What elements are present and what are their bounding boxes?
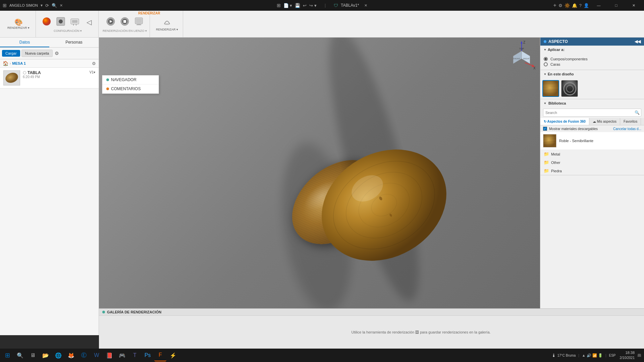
file-thumbnail (3, 70, 20, 85)
folder-other-icon: 📁 (544, 160, 549, 165)
close-icon[interactable]: ✕ (60, 3, 63, 8)
close-button[interactable]: ✕ (626, 0, 641, 11)
radio-caras-circle (544, 62, 548, 66)
taskbar-extra-icon[interactable]: ⚡ (167, 349, 179, 361)
apply-section-title[interactable]: ▼ Aplicar a: (540, 46, 644, 54)
file-version[interactable]: V1▾ (90, 70, 95, 74)
render2-button[interactable]: RENDERIZAR ▾ (154, 15, 180, 33)
taskbar-fusion-icon[interactable]: F (154, 349, 166, 361)
render-settings-button[interactable] (54, 15, 67, 28)
color-sphere-icon (42, 17, 51, 27)
folder-item-metal[interactable]: 📁 Metal (540, 150, 644, 158)
cancelar-todas-link[interactable]: Cancelar todas d... (613, 127, 641, 131)
taskbar-start-button[interactable]: ⊞ (1, 349, 13, 361)
help-icon[interactable]: ? (579, 3, 582, 8)
folder-item-piedra[interactable]: 📁 Piedra (540, 167, 644, 175)
taskbar-pdf-icon[interactable]: 📕 (103, 349, 115, 361)
viewcube[interactable]: Z X TOP RIGHT FRONT (506, 41, 537, 71)
toolbar-grid-icon[interactable]: ⊞ (277, 3, 281, 8)
mostrar-materiales-checkbox[interactable]: ✓ (543, 127, 547, 131)
folder-other-label: Other (551, 161, 560, 165)
stop-render-icon (120, 17, 129, 27)
file-item-tabla[interactable]: ⬡ TABLA 6:20:49 PM V1▾ (0, 68, 99, 88)
taskbar-chrome-icon[interactable]: 🌐 (52, 349, 64, 361)
taskbar-notification-area[interactable] (636, 350, 643, 360)
stop-render-button[interactable] (118, 15, 131, 28)
render-button-icon: 🎨 (14, 19, 23, 25)
notification-icon[interactable]: 🔔 (572, 3, 577, 8)
search-icon[interactable]: 🔍 (52, 3, 57, 8)
nav-green-dot (106, 78, 109, 81)
svg-text:RIGHT: RIGHT (523, 58, 530, 60)
settings-icon[interactable]: ⚙ (558, 3, 562, 8)
taskbar-teams-icon[interactable]: T (129, 349, 141, 361)
diseno-section-title[interactable]: ▼ En este diseño (540, 70, 644, 78)
cloud-render-icon (70, 17, 79, 27)
file-icon[interactable]: 📄 ▾ (283, 3, 292, 8)
taskbar-steam-icon[interactable]: 🎮 (116, 349, 128, 361)
add-tab-icon[interactable]: + (553, 2, 556, 8)
svg-point-14 (164, 23, 170, 25)
folder-item-other[interactable]: 📁 Other (540, 158, 644, 167)
material-item-roble[interactable]: Roble - Semibrillante (540, 132, 644, 150)
sync-icon[interactable]: ⟳ (45, 3, 49, 8)
svg-point-15 (4, 71, 19, 84)
swatch-metal[interactable] (561, 80, 578, 97)
gallery-section: GALERÍA DE RENDERIZACIÓN Utilice la herr… (99, 308, 644, 349)
minimize-button[interactable]: — (591, 0, 606, 11)
taskbar-explorer-icon[interactable]: 📂 (40, 349, 52, 361)
home-icon[interactable]: 🏠 (3, 61, 8, 66)
taskbar-word-icon[interactable]: W (91, 349, 103, 361)
library-header[interactable]: ▼ Biblioteca (540, 99, 644, 107)
swatch-wood[interactable] (542, 80, 559, 97)
taskbar-edge-icon[interactable]: Ⓔ (78, 349, 90, 361)
config-section-label: CONFIGURACIÓN ▾ (54, 29, 82, 33)
breadcrumb-settings-icon[interactable]: ⚙ (92, 61, 96, 66)
radio-caras[interactable]: Caras (544, 62, 641, 67)
lib-tab-mis-aspectos[interactable]: ☁ Mis aspectos (589, 118, 620, 125)
taskbar-search-button[interactable]: 🔍 (14, 349, 26, 361)
svg-rect-9 (123, 20, 126, 23)
render-main-button[interactable]: 🎨 RENDERIZAR ▾ (5, 17, 32, 31)
lib-tab-fusion360[interactable]: ↻ Aspectos de Fusion 360 (540, 118, 589, 125)
nav-comentarios[interactable]: COMENTARIOS (102, 84, 159, 94)
taskbar-firefox-icon[interactable]: 🦊 (65, 349, 77, 361)
viewport: Z X TOP RIGHT FRONT 🖱 ↺ ✋ ⊙ 🔍 ⬜ (99, 38, 540, 335)
canvas-settings-button[interactable] (132, 15, 146, 28)
file-name: TABLA (28, 70, 41, 75)
radio-cuerpos-fill (545, 58, 547, 60)
settings-panel-button[interactable]: ⚙ (54, 50, 60, 57)
nav-navegador[interactable]: NAVEGADOR (102, 75, 159, 84)
panel-collapse-icon[interactable]: ◀◀ (635, 39, 641, 44)
svg-rect-13 (137, 24, 141, 25)
account-icon[interactable]: 👤 (584, 3, 589, 8)
taskbar: ⊞ 🔍 🖥 📂 🌐 🦊 Ⓔ W 📕 🎮 T Ps F ⚡ 🌡 17°C Brum… (0, 349, 644, 362)
taskbar-photoshop-icon[interactable]: Ps (142, 349, 154, 361)
undo-icon[interactable]: ↩ (303, 3, 307, 8)
maximize-button[interactable]: □ (608, 0, 624, 11)
library-search-icon[interactable]: 🔍 (633, 109, 641, 116)
color-sphere-button[interactable] (40, 15, 53, 28)
lib-tab-favoritos[interactable]: Favoritos (620, 118, 641, 125)
cargar-button[interactable]: Cargar (2, 50, 20, 57)
doc-close-btn[interactable]: ✕ (364, 3, 367, 8)
tab-datos[interactable]: Datos (0, 38, 49, 47)
user-name: ANGELO SIMON (9, 3, 38, 7)
play-render-button[interactable] (104, 15, 117, 28)
tab-personas[interactable]: Personas (49, 38, 99, 47)
library-search-input[interactable] (543, 109, 633, 116)
app-grid-icon[interactable]: ⊞ (3, 3, 7, 8)
radio-cuerpos[interactable]: Cuerpos/componentes (544, 56, 641, 62)
user-dropdown-icon[interactable]: ▾ (41, 3, 43, 8)
cloud-render-button[interactable] (68, 15, 82, 28)
save-icon[interactable]: 💾 (295, 3, 300, 8)
breadcrumb-mesa[interactable]: MESA 1 (12, 61, 26, 65)
redo-icon[interactable]: ↪ ▾ (309, 3, 317, 8)
nueva-carpeta-button[interactable]: Nueva carpeta (21, 50, 53, 57)
theme-icon[interactable]: 🔆 (565, 3, 570, 8)
en-este-diseno-section: ▼ En este diseño (540, 70, 644, 99)
arrow-button[interactable]: ◁ (82, 15, 96, 28)
svg-text:FRONT: FRONT (513, 58, 520, 60)
taskbar-monitor-icon[interactable]: 🖥 (27, 349, 39, 361)
renderizar-label: RENDERIZAR (138, 11, 160, 15)
